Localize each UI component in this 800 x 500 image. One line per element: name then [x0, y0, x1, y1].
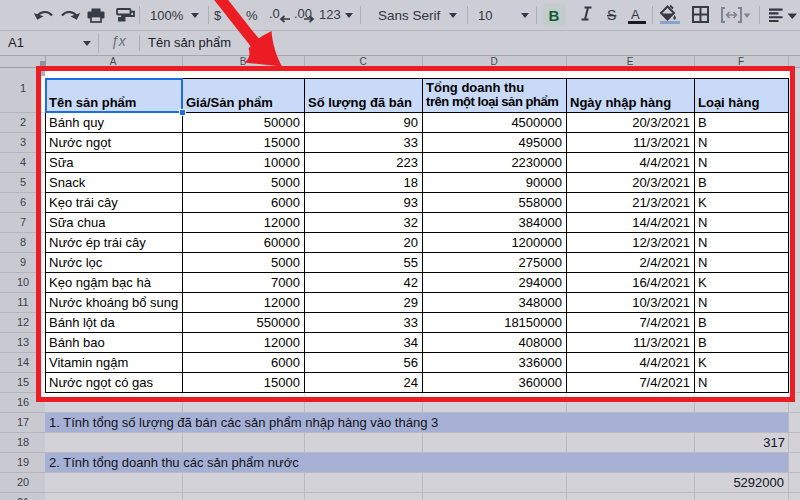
svg-text:B: B	[549, 7, 560, 24]
svg-text:A: A	[631, 7, 640, 22]
svg-text:123: 123	[319, 7, 341, 22]
svg-text:S: S	[607, 7, 616, 23]
